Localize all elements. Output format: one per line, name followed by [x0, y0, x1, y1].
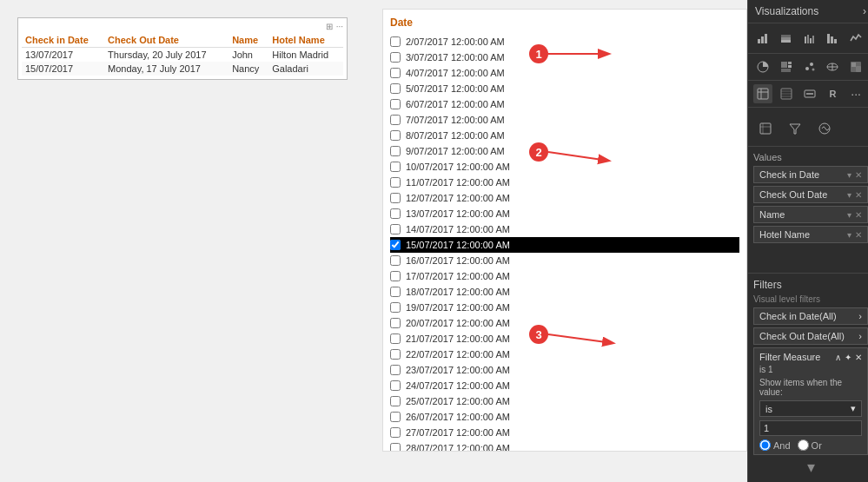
chip-menu[interactable]: ▾ [847, 190, 851, 200]
value-chip[interactable]: Name▾✕ [753, 206, 868, 223]
date-item[interactable]: 16/07/2017 12:00:00 AM [390, 253, 739, 268]
value-chip[interactable]: Hotel Name▾✕ [753, 226, 868, 243]
date-item[interactable]: 27/07/2017 12:00:00 AM [390, 425, 739, 440]
date-checkbox[interactable] [390, 162, 401, 172]
date-checkbox[interactable] [390, 68, 401, 78]
date-checkbox[interactable] [390, 130, 401, 141]
viz-matrix-icon[interactable] [777, 84, 796, 103]
date-item[interactable]: 26/07/2017 12:00:00 AM [390, 409, 739, 425]
filter-chip[interactable]: Check Out Date(All)› [753, 327, 868, 345]
date-checkbox[interactable] [390, 302, 401, 313]
scroll-down-arrow[interactable]: ▾ [753, 458, 868, 477]
date-item[interactable]: 4/07/2017 12:00:00 AM [390, 65, 739, 81]
viz-scatter-icon[interactable] [800, 57, 819, 76]
chip-close[interactable]: ✕ [855, 190, 862, 200]
date-checkbox[interactable] [390, 52, 401, 63]
date-item[interactable]: 11/07/2017 12:00:00 AM [390, 175, 739, 190]
date-checkbox[interactable] [390, 380, 401, 391]
chip-close[interactable]: ✕ [855, 170, 862, 180]
value-chip[interactable]: Check in Date▾✕ [753, 166, 868, 183]
filter-chip-arrow[interactable]: › [858, 331, 862, 341]
viz-panel-arrow[interactable]: › [863, 5, 866, 17]
date-item[interactable]: 3/07/2017 12:00:00 AM [390, 50, 739, 65]
date-item[interactable]: 5/07/2017 12:00:00 AM [390, 81, 739, 96]
date-checkbox[interactable] [390, 146, 401, 156]
date-item[interactable]: 19/07/2017 12:00:00 AM [390, 300, 739, 315]
fields-build-icon[interactable] [753, 116, 778, 141]
date-checkbox[interactable] [390, 396, 401, 406]
date-item[interactable]: 8/07/2017 12:00:00 AM [390, 128, 739, 143]
viz-map-icon[interactable] [823, 57, 842, 76]
or-radio-btn[interactable] [798, 439, 809, 451]
chip-menu[interactable]: ▾ [847, 170, 851, 180]
date-checkbox[interactable] [390, 349, 401, 360]
viz-cluster-bar-icon[interactable] [800, 29, 819, 48]
date-checkbox[interactable] [390, 36, 401, 47]
date-checkbox[interactable] [390, 193, 401, 203]
date-item[interactable]: 23/07/2017 12:00:00 AM [390, 362, 739, 378]
chip-menu[interactable]: ▾ [847, 230, 851, 240]
date-item[interactable]: 24/07/2017 12:00:00 AM [390, 378, 739, 393]
viz-card-icon[interactable] [800, 84, 819, 103]
date-item[interactable]: 20/07/2017 12:00:00 AM [390, 315, 739, 331]
viz-table-icon[interactable] [753, 84, 772, 103]
and-radio[interactable]: And [759, 439, 791, 451]
date-checkbox[interactable] [390, 318, 401, 328]
viz-stacked-bar-icon[interactable] [777, 29, 796, 48]
viz-more-icon[interactable]: ··· [846, 84, 865, 103]
close-filter-icon[interactable]: ✕ [855, 353, 862, 362]
date-checkbox[interactable] [390, 83, 401, 94]
chip-menu[interactable]: ▾ [847, 210, 851, 220]
date-item[interactable]: 7/07/2017 12:00:00 AM [390, 112, 739, 128]
chip-close[interactable]: ✕ [855, 230, 862, 240]
date-item[interactable]: 17/07/2017 12:00:00 AM [390, 268, 739, 284]
date-item[interactable]: 2/07/2017 12:00:00 AM [390, 34, 739, 50]
date-checkbox[interactable] [390, 443, 401, 452]
chip-close[interactable]: ✕ [855, 210, 862, 220]
filter-build-icon[interactable] [783, 116, 807, 141]
date-checkbox[interactable] [390, 365, 401, 375]
viz-column-icon[interactable] [823, 29, 842, 48]
date-item[interactable]: 28/07/2017 12:00:00 AM [390, 440, 739, 452]
more-icon[interactable]: ··· [336, 22, 343, 31]
focus-icon[interactable]: ⊞ [326, 22, 333, 31]
filter-chip[interactable]: Check in Date(All)› [753, 307, 868, 325]
date-item[interactable]: 21/07/2017 12:00:00 AM [390, 331, 739, 347]
date-item[interactable]: 9/07/2017 12:00:00 AM [390, 143, 739, 159]
date-checkbox[interactable] [390, 208, 401, 219]
filter-chip-arrow[interactable]: › [858, 311, 862, 321]
date-checkbox[interactable] [390, 333, 401, 344]
date-item[interactable]: 12/07/2017 12:00:00 AM [390, 190, 739, 206]
viz-r-icon[interactable]: R [823, 84, 842, 103]
date-panel[interactable]: Date 2/07/2017 12:00:00 AM3/07/2017 12:0… [382, 9, 747, 452]
date-checkbox[interactable] [390, 99, 401, 109]
date-checkbox[interactable] [390, 240, 401, 250]
viz-bar-chart-icon[interactable] [753, 29, 772, 48]
filter-input[interactable] [759, 420, 862, 436]
date-item[interactable]: 14/07/2017 12:00:00 AM [390, 221, 739, 237]
date-checkbox[interactable] [390, 427, 401, 438]
date-checkbox[interactable] [390, 255, 401, 266]
date-checkbox[interactable] [390, 224, 401, 234]
viz-filled-map-icon[interactable] [846, 57, 865, 76]
date-item[interactable]: 22/07/2017 12:00:00 AM [390, 347, 739, 362]
date-checkbox[interactable] [390, 412, 401, 422]
filter-dropdown[interactable]: is ▾ [759, 400, 862, 417]
date-item[interactable]: 6/07/2017 12:00:00 AM [390, 96, 739, 112]
viz-pie-icon[interactable] [753, 57, 772, 76]
date-checkbox[interactable] [390, 271, 401, 281]
date-item[interactable]: 18/07/2017 12:00:00 AM [390, 284, 739, 300]
date-checkbox[interactable] [390, 287, 401, 297]
date-item[interactable]: 13/07/2017 12:00:00 AM [390, 206, 739, 221]
date-item[interactable]: 25/07/2017 12:00:00 AM [390, 393, 739, 409]
collapse-icon[interactable]: ∧ [835, 353, 841, 362]
date-item[interactable]: 10/07/2017 12:00:00 AM [390, 159, 739, 175]
date-checkbox[interactable] [390, 177, 401, 188]
viz-treemap-icon[interactable] [777, 57, 796, 76]
date-checkbox[interactable] [390, 115, 401, 125]
viz-line-icon[interactable] [846, 29, 865, 48]
date-item[interactable]: 15/07/2017 12:00:00 AM [390, 237, 739, 253]
and-radio-btn[interactable] [759, 439, 771, 451]
erase-icon[interactable]: ✦ [845, 353, 851, 362]
value-chip[interactable]: Check Out Date▾✕ [753, 186, 868, 203]
